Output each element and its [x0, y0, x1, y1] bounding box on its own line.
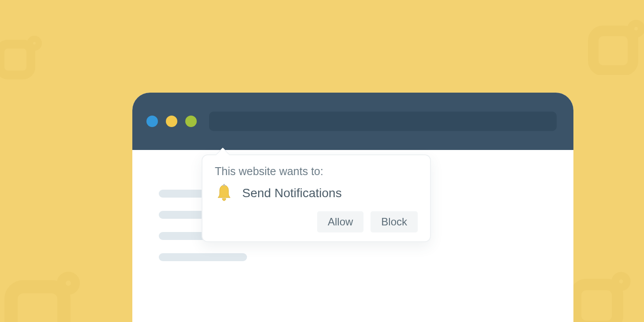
bell-icon	[215, 184, 233, 202]
svg-rect-0	[0, 44, 31, 75]
background-decoration	[0, 26, 49, 79]
allow-button[interactable]: Allow	[317, 211, 363, 232]
svg-rect-8	[223, 184, 225, 186]
window-close-button[interactable]	[146, 116, 158, 127]
content-placeholder	[159, 190, 207, 198]
permission-popup-message: Send Notifications	[242, 186, 342, 200]
block-button[interactable]: Block	[371, 211, 418, 232]
permission-popup-actions: Allow Block	[215, 211, 418, 232]
background-decoration	[569, 260, 640, 322]
background-decoration	[587, 9, 644, 75]
browser-titlebar	[132, 93, 573, 150]
address-bar[interactable]	[209, 112, 557, 131]
svg-point-5	[61, 276, 75, 290]
permission-popup: This website wants to: Send Notification…	[202, 154, 431, 242]
svg-rect-4	[11, 287, 64, 322]
svg-point-1	[30, 39, 39, 48]
window-maximize-button[interactable]	[185, 116, 197, 127]
permission-popup-row: Send Notifications	[215, 184, 418, 202]
svg-point-3	[631, 23, 641, 34]
content-placeholder	[159, 253, 247, 261]
window-minimize-button[interactable]	[166, 116, 177, 127]
permission-popup-title: This website wants to:	[215, 165, 418, 178]
browser-window: This website wants to: Send Notification…	[132, 93, 573, 322]
svg-rect-6	[576, 285, 618, 322]
background-decoration	[2, 256, 90, 322]
svg-point-7	[615, 276, 627, 287]
svg-rect-2	[593, 31, 633, 71]
